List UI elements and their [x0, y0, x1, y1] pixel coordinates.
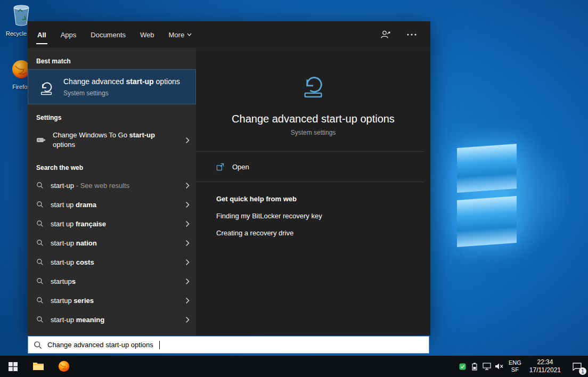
tab-documents-label: Documents [91, 31, 126, 39]
date: 17/11/2021 [529, 366, 561, 374]
suggestion-bold: s [72, 277, 76, 285]
search-flyout-panel: All Apps Documents Web More Best match [28, 21, 430, 335]
open-action[interactable]: Open [196, 152, 430, 182]
windows-logo-glow [405, 106, 588, 282]
chevron-right-icon[interactable] [185, 182, 190, 189]
help-link-recovery-drive[interactable]: Creating a recovery drive [216, 229, 410, 237]
settings-result-item[interactable]: Change Windows To Go start-up options [28, 126, 196, 154]
language-indicator[interactable]: ENG SF [505, 359, 525, 373]
web-suggestion-text: start-up costs [51, 258, 94, 266]
search-icon [36, 239, 44, 247]
windows-logo-icon [9, 362, 18, 371]
chevron-right-icon[interactable] [185, 278, 190, 285]
search-input-value: Change advanced start-up options [47, 341, 153, 349]
suggestion-prefix: start up [51, 220, 76, 228]
suggestion-prefix: startup [51, 277, 72, 285]
file-explorer-button[interactable] [26, 356, 51, 377]
chevron-right-icon[interactable] [185, 259, 190, 266]
settings-item-prefix: Change Windows To Go [53, 131, 129, 139]
web-suggestion-row[interactable]: startups [28, 272, 196, 291]
best-match-title: Change advanced start-up options [63, 77, 180, 87]
tab-apps[interactable]: Apps [61, 21, 77, 48]
settings-item-text: Change Windows To Go start-up options [53, 130, 175, 150]
search-icon [36, 277, 44, 285]
tab-more[interactable]: More [169, 21, 192, 48]
web-suggestion-row[interactable]: start up française [28, 214, 196, 233]
suggestion-bold: nation [76, 239, 97, 247]
search-tab-bar: All Apps Documents Web More [28, 21, 430, 48]
web-suggestion-text: start-up - See web results [51, 182, 129, 190]
search-input[interactable]: Change advanced start-up options [28, 336, 429, 354]
tab-more-label: More [169, 31, 185, 39]
best-match-title-bold: start-up [126, 77, 154, 86]
best-match-title-suffix: options [154, 77, 180, 86]
section-label-search-the-web: Search the web [36, 164, 196, 171]
ellipsis-icon[interactable] [407, 34, 416, 36]
search-icon [34, 341, 42, 349]
battery-icon[interactable] [469, 356, 481, 377]
tab-documents[interactable]: Documents [91, 21, 126, 48]
best-match-subtitle: System settings [63, 89, 180, 97]
open-action-label: Open [232, 163, 249, 171]
suggestion-prefix: start-up [51, 316, 76, 324]
section-label-settings: Settings [36, 114, 196, 121]
suggestion-bold: meaning [76, 316, 104, 324]
chevron-right-icon[interactable] [185, 201, 190, 208]
notification-badge: 1 [579, 367, 586, 375]
web-suggestion-text: startups [51, 277, 76, 285]
chevron-right-icon[interactable] [185, 316, 190, 323]
chevron-right-icon[interactable] [185, 137, 190, 144]
start-button[interactable] [0, 356, 26, 377]
settings-item-bold: start-up [129, 131, 155, 139]
web-suggestion-text: start up drama [51, 201, 96, 209]
tab-all[interactable]: All [37, 21, 46, 48]
account-icon[interactable] [380, 30, 391, 39]
tab-web[interactable]: Web [140, 21, 154, 48]
suggestion-bold: drama [76, 201, 96, 209]
suggestion-dim: - See web results [74, 182, 129, 190]
best-match-result[interactable]: Change advanced start-up options System … [28, 69, 196, 104]
web-suggestion-row[interactable]: start up drama [28, 195, 196, 214]
help-section-header: Get quick help from web [216, 195, 410, 203]
chevron-right-icon[interactable] [185, 220, 190, 227]
preview-subtitle: System settings [196, 129, 430, 136]
network-icon[interactable] [481, 356, 493, 377]
web-suggestion-row[interactable]: startup series [28, 291, 196, 310]
tray-app-green-icon[interactable] [456, 356, 469, 377]
tab-web-label: Web [140, 31, 154, 39]
suggestion-bold: series [74, 297, 94, 305]
result-preview-pane: Change advanced start-up options System … [196, 48, 430, 335]
firefox-taskbar-button[interactable] [51, 356, 77, 377]
help-link-bitlocker[interactable]: Finding my BitLocker recovery key [216, 212, 410, 220]
clock[interactable]: 22:34 17/11/2021 [525, 358, 566, 374]
language-code: ENG [507, 359, 524, 366]
advanced-startup-icon [37, 78, 56, 96]
web-suggestion-row[interactable]: start-up - See web results [28, 176, 196, 195]
web-suggestion-row[interactable]: start-up nation [28, 233, 196, 252]
web-suggestion-text: start-up meaning [51, 316, 104, 324]
windows-logo-pane-bottom [457, 196, 517, 247]
suggestion-bold: costs [76, 258, 94, 266]
suggestion-prefix: start-up [51, 182, 74, 190]
web-suggestion-row[interactable]: start-up meaning [28, 310, 196, 329]
action-center-button[interactable]: 1 [566, 356, 588, 377]
chevron-down-icon [187, 33, 192, 36]
firefox-icon [58, 360, 70, 373]
suggestion-bold: française [76, 220, 106, 228]
file-explorer-icon [32, 362, 44, 371]
windows-to-go-icon [36, 136, 46, 144]
search-icon [36, 182, 44, 189]
section-label-best-match: Best match [36, 58, 196, 65]
chevron-right-icon[interactable] [185, 240, 190, 247]
web-suggestion-row[interactable]: start-up costs [28, 252, 196, 272]
search-icon [36, 201, 44, 208]
preview-title: Change advanced start-up options [196, 113, 430, 125]
tab-all-label: All [37, 31, 46, 39]
volume-muted-icon[interactable] [493, 356, 505, 377]
chevron-right-icon[interactable] [185, 297, 190, 304]
suggestion-prefix: start up [51, 201, 76, 209]
keyboard-layout-code: SF [507, 366, 524, 373]
settings-item-suffix: options [53, 141, 75, 149]
search-results-list: Best match Change advanced start-up opti… [28, 48, 196, 335]
search-icon [36, 220, 44, 227]
